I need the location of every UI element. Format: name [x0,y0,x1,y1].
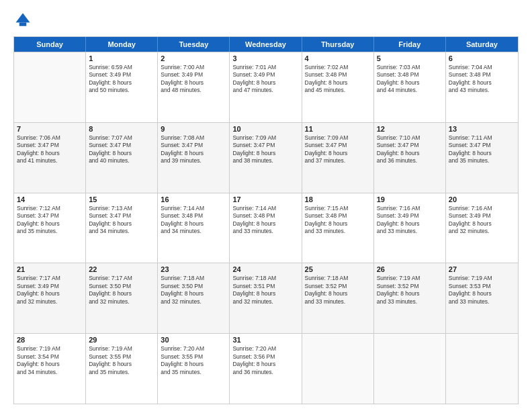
day-info: Sunrise: 7:18 AMSunset: 3:52 PMDaylight:… [305,275,371,306]
day-number: 10 [232,125,298,133]
day-info: Sunrise: 7:16 AMSunset: 3:49 PMDaylight:… [449,205,515,236]
day-info: Sunrise: 7:07 AMSunset: 3:47 PMDaylight:… [89,134,154,165]
day-number: 28 [17,336,83,344]
day-number: 4 [305,54,371,62]
day-number: 23 [161,265,226,273]
empty-cell [302,334,374,404]
day-number: 26 [377,265,443,273]
week-row-1: 1Sunrise: 6:59 AMSunset: 3:49 PMDaylight… [14,52,518,122]
day-cell-12: 12Sunrise: 7:10 AMSunset: 3:47 PMDayligh… [374,123,446,193]
day-cell-17: 17Sunrise: 7:14 AMSunset: 3:48 PMDayligh… [230,193,302,263]
day-number: 17 [232,195,298,203]
day-cell-28: 28Sunrise: 7:19 AMSunset: 3:54 PMDayligh… [14,334,86,404]
day-info: Sunrise: 7:13 AMSunset: 3:47 PMDaylight:… [89,205,154,236]
day-info: Sunrise: 7:04 AMSunset: 3:48 PMDaylight:… [449,64,515,95]
day-cell-25: 25Sunrise: 7:18 AMSunset: 3:52 PMDayligh… [302,263,374,333]
day-info: Sunrise: 7:10 AMSunset: 3:47 PMDaylight:… [377,134,443,165]
day-number: 9 [161,125,226,133]
day-cell-14: 14Sunrise: 7:12 AMSunset: 3:47 PMDayligh… [14,193,86,263]
day-cell-16: 16Sunrise: 7:14 AMSunset: 3:48 PMDayligh… [158,193,230,263]
day-info: Sunrise: 7:09 AMSunset: 3:47 PMDaylight:… [305,134,371,165]
day-cell-30: 30Sunrise: 7:20 AMSunset: 3:55 PMDayligh… [158,334,230,404]
day-number: 31 [232,336,298,344]
day-cell-9: 9Sunrise: 7:08 AMSunset: 3:47 PMDaylight… [158,123,230,193]
day-info: Sunrise: 7:09 AMSunset: 3:47 PMDaylight:… [232,134,298,165]
week-row-2: 7Sunrise: 7:06 AMSunset: 3:47 PMDaylight… [14,122,518,193]
calendar-body: 1Sunrise: 6:59 AMSunset: 3:49 PMDaylight… [14,52,518,404]
day-info: Sunrise: 7:16 AMSunset: 3:49 PMDaylight:… [377,205,443,236]
day-cell-29: 29Sunrise: 7:19 AMSunset: 3:55 PMDayligh… [86,334,158,404]
day-number: 5 [377,54,443,62]
day-cell-23: 23Sunrise: 7:18 AMSunset: 3:50 PMDayligh… [158,263,230,333]
day-cell-13: 13Sunrise: 7:11 AMSunset: 3:47 PMDayligh… [446,123,518,193]
day-cell-24: 24Sunrise: 7:18 AMSunset: 3:51 PMDayligh… [230,263,302,333]
day-number: 14 [17,195,83,203]
empty-cell [446,334,518,404]
day-number: 19 [377,195,443,203]
logo-icon [13,11,32,30]
day-cell-15: 15Sunrise: 7:13 AMSunset: 3:47 PMDayligh… [86,193,158,263]
day-number: 3 [232,54,298,62]
day-cell-19: 19Sunrise: 7:16 AMSunset: 3:49 PMDayligh… [374,193,446,263]
day-info: Sunrise: 7:03 AMSunset: 3:48 PMDaylight:… [377,64,443,95]
day-info: Sunrise: 7:20 AMSunset: 3:55 PMDaylight:… [161,345,226,376]
day-cell-3: 3Sunrise: 7:01 AMSunset: 3:49 PMDaylight… [230,52,302,122]
day-cell-4: 4Sunrise: 7:02 AMSunset: 3:48 PMDaylight… [302,52,374,122]
day-number: 7 [17,125,83,133]
day-cell-2: 2Sunrise: 7:00 AMSunset: 3:49 PMDaylight… [158,52,230,122]
day-number: 24 [232,265,298,273]
day-info: Sunrise: 7:19 AMSunset: 3:55 PMDaylight:… [89,345,154,376]
day-number: 25 [305,265,371,273]
day-info: Sunrise: 7:14 AMSunset: 3:48 PMDaylight:… [232,205,298,236]
day-info: Sunrise: 7:19 AMSunset: 3:52 PMDaylight:… [377,275,443,306]
empty-cell [14,52,86,122]
day-number: 2 [161,54,226,62]
header-day-friday: Friday [374,37,446,52]
calendar-header: SundayMondayTuesdayWednesdayThursdayFrid… [14,37,518,52]
header-day-monday: Monday [86,37,158,52]
header-day-tuesday: Tuesday [158,37,230,52]
week-row-4: 21Sunrise: 7:17 AMSunset: 3:49 PMDayligh… [14,263,518,333]
calendar: SundayMondayTuesdayWednesdayThursdayFrid… [13,36,519,404]
day-cell-5: 5Sunrise: 7:03 AMSunset: 3:48 PMDaylight… [374,52,446,122]
day-cell-1: 1Sunrise: 6:59 AMSunset: 3:49 PMDaylight… [86,52,158,122]
day-info: Sunrise: 7:18 AMSunset: 3:51 PMDaylight:… [232,275,298,306]
logo [13,11,35,30]
day-cell-11: 11Sunrise: 7:09 AMSunset: 3:47 PMDayligh… [302,123,374,193]
day-info: Sunrise: 7:00 AMSunset: 3:49 PMDaylight:… [161,64,226,95]
day-cell-22: 22Sunrise: 7:17 AMSunset: 3:50 PMDayligh… [86,263,158,333]
day-cell-7: 7Sunrise: 7:06 AMSunset: 3:47 PMDaylight… [14,123,86,193]
day-number: 13 [449,125,515,133]
svg-marker-0 [16,13,30,23]
day-info: Sunrise: 7:15 AMSunset: 3:48 PMDaylight:… [305,205,371,236]
day-number: 15 [89,195,154,203]
day-cell-10: 10Sunrise: 7:09 AMSunset: 3:47 PMDayligh… [230,123,302,193]
day-number: 12 [377,125,443,133]
day-number: 16 [161,195,226,203]
svg-rect-1 [19,23,27,26]
day-number: 20 [449,195,515,203]
day-info: Sunrise: 7:18 AMSunset: 3:50 PMDaylight:… [161,275,226,306]
day-number: 30 [161,336,226,344]
day-info: Sunrise: 7:12 AMSunset: 3:47 PMDaylight:… [17,205,83,236]
day-number: 11 [305,125,371,133]
day-info: Sunrise: 7:17 AMSunset: 3:49 PMDaylight:… [17,275,83,306]
day-number: 8 [89,125,154,133]
header-day-sunday: Sunday [14,37,86,52]
day-info: Sunrise: 6:59 AMSunset: 3:49 PMDaylight:… [89,64,154,95]
day-info: Sunrise: 7:01 AMSunset: 3:49 PMDaylight:… [232,64,298,95]
day-cell-6: 6Sunrise: 7:04 AMSunset: 3:48 PMDaylight… [446,52,518,122]
day-info: Sunrise: 7:11 AMSunset: 3:47 PMDaylight:… [449,134,515,165]
day-cell-26: 26Sunrise: 7:19 AMSunset: 3:52 PMDayligh… [374,263,446,333]
day-number: 18 [305,195,371,203]
day-number: 21 [17,265,83,273]
day-info: Sunrise: 7:19 AMSunset: 3:53 PMDaylight:… [449,275,515,306]
page-header [13,11,519,30]
day-info: Sunrise: 7:06 AMSunset: 3:47 PMDaylight:… [17,134,83,165]
day-cell-20: 20Sunrise: 7:16 AMSunset: 3:49 PMDayligh… [446,193,518,263]
day-number: 29 [89,336,154,344]
day-cell-27: 27Sunrise: 7:19 AMSunset: 3:53 PMDayligh… [446,263,518,333]
day-info: Sunrise: 7:02 AMSunset: 3:48 PMDaylight:… [305,64,371,95]
empty-cell [374,334,446,404]
day-cell-31: 31Sunrise: 7:20 AMSunset: 3:56 PMDayligh… [230,334,302,404]
